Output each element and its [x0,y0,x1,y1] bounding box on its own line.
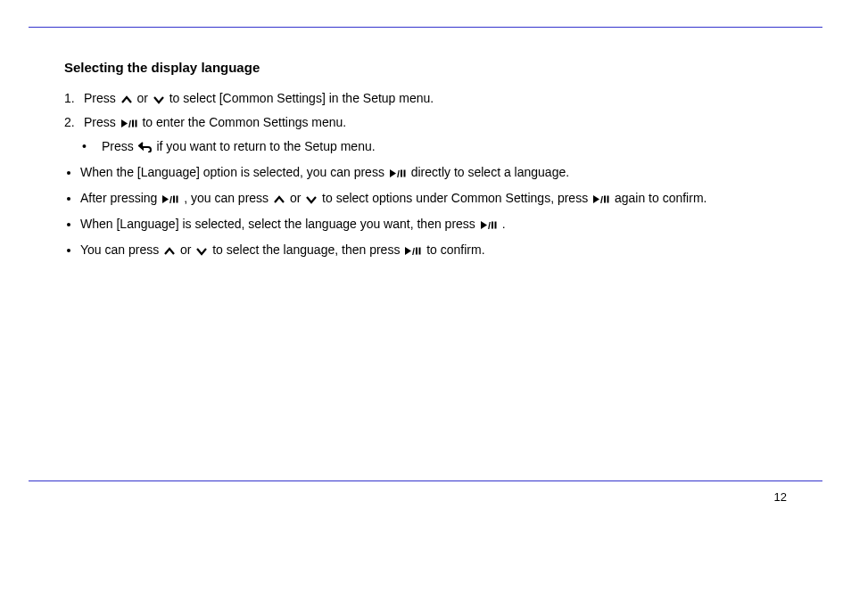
chevron-up-icon [120,95,133,104]
bullet-text: You can press [80,242,162,257]
play-pause-icon: / [592,194,610,204]
bullet-text: When the [Language] option is selected, … [80,165,388,179]
play-pause-icon: / [404,246,422,256]
chevron-down-icon [153,95,165,104]
chevron-up-icon [163,247,176,256]
content-region: Selecting the display language 1. Press … [29,28,822,302]
step-text: Press [84,115,120,129]
list-item: After pressing / , you can press or [80,189,787,208]
step-text: to select [Common Settings] in the Setup… [169,91,434,105]
bullet-text: When [Language] is selected, select the … [80,217,479,231]
list-item: When [Language] is selected, select the … [80,215,787,234]
step-number: 2. [64,113,80,132]
step-text: Press [102,139,137,153]
bullet-text: . [502,217,506,231]
step-text: Press [84,91,120,105]
svg-rect-16 [416,247,417,254]
bullet-text: , you can press [184,191,272,205]
section-title: Selecting the display language [64,58,787,78]
svg-rect-7 [173,195,175,202]
step-number: 1. [64,89,80,108]
svg-rect-2 [135,119,136,127]
play-pause-icon: / [480,220,498,230]
step-text: to enter the Common Settings menu. [142,115,346,129]
svg-rect-4 [401,169,402,177]
play-pause-icon: / [389,168,407,178]
chevron-down-icon [195,247,208,256]
svg-text:/: / [412,246,415,256]
svg-rect-10 [604,195,606,202]
svg-rect-14 [494,221,496,228]
svg-text:/: / [128,119,131,128]
svg-text:/: / [488,220,491,230]
svg-rect-1 [132,119,134,127]
step-return: • Press if you want to return to the Set… [64,137,787,156]
chevron-up-icon [273,195,285,204]
bullet-text: to confirm. [426,242,484,257]
chevron-down-icon [305,195,318,204]
step-bullet: • [82,137,98,156]
bullet-text: directly to select a language. [411,165,569,179]
bullet-text: or [290,191,304,205]
svg-text:/: / [600,194,603,204]
svg-rect-17 [419,247,421,254]
svg-rect-5 [403,169,405,177]
bullet-text: to select the language, then press [212,242,403,257]
svg-rect-8 [177,195,178,202]
step-text: if you want to return to the Setup menu. [156,139,375,153]
play-pause-icon: / [161,194,179,204]
footer: 12 [29,480,822,506]
svg-text:/: / [397,168,400,178]
bullet-text: After pressing [80,191,161,205]
bullets-list: When the [Language] option is selected, … [64,163,787,259]
bullet-text: to select options under Common Settings,… [322,191,591,205]
back-icon [138,142,153,152]
play-pause-icon: / [120,119,138,128]
step-text: or [136,91,151,105]
step-1: 1. Press or to select [Common Settings] … [64,89,787,108]
page: Selecting the display language 1. Press … [0,0,851,505]
page-number: 12 [29,481,822,506]
svg-rect-11 [607,195,609,202]
svg-text:/: / [169,194,172,204]
svg-rect-13 [492,221,493,228]
bullet-text: or [180,242,194,257]
bullet-text: again to confirm. [615,191,707,205]
list-item: When the [Language] option is selected, … [80,163,787,182]
list-item: You can press or to select the language,… [80,241,787,259]
step-2: 2. Press / to enter the Common Settings … [64,113,787,132]
